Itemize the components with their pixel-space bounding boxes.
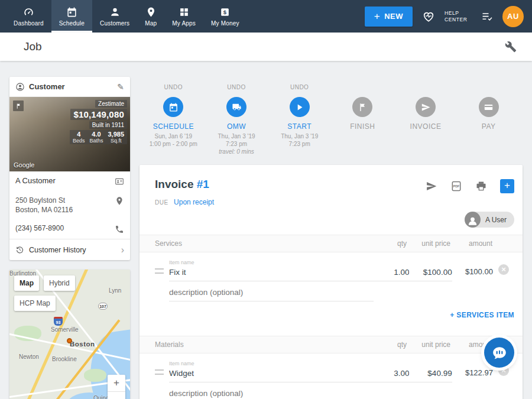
unit-price-column-header: unit price	[407, 239, 450, 248]
pdf-button[interactable]: PDF	[450, 180, 462, 192]
play-icon	[294, 102, 304, 112]
map-pin-icon	[145, 7, 157, 18]
material-item-name-input[interactable]	[169, 367, 374, 382]
finish-step-button[interactable]	[352, 97, 372, 117]
money-icon: $	[219, 7, 231, 18]
remove-item-icon[interactable]: ×	[498, 264, 509, 275]
map-widget[interactable]: 93 107 Burlington Lynn Somerville Boston…	[9, 270, 130, 399]
qty-column-header: qty	[370, 239, 407, 248]
undo-schedule-button[interactable]: UNDO	[142, 84, 205, 93]
printer-icon	[475, 180, 487, 192]
step-time: 7:23 pm	[268, 140, 331, 148]
step-label: SCHEDULE	[142, 122, 205, 131]
customer-name: A Customer	[15, 176, 115, 185]
svg-text:PDF: PDF	[453, 184, 460, 188]
health-heart-icon[interactable]	[422, 10, 435, 23]
service-qty-input[interactable]	[374, 266, 409, 281]
customer-phone: (234) 567-8900	[15, 224, 115, 232]
send-icon	[421, 102, 431, 112]
nav-item-my-apps[interactable]: My Apps	[164, 0, 203, 33]
assigned-user-chip[interactable]: A User	[465, 212, 514, 228]
assigned-user-name: A User	[485, 216, 507, 224]
step-label: PAY	[457, 122, 520, 131]
map-zoom-control: + −	[108, 375, 125, 399]
new-button[interactable]: + NEW	[365, 7, 413, 27]
step-pay: PAY	[457, 84, 520, 155]
step-time: 7:23 pm	[205, 140, 268, 148]
undo-omw-button[interactable]: UNDO	[205, 84, 268, 93]
job-tools-wrench-icon[interactable]	[505, 41, 517, 53]
zoom-out-button[interactable]: −	[108, 392, 125, 399]
schedule-step-button[interactable]	[163, 97, 183, 117]
send-invoice-button[interactable]	[426, 180, 437, 192]
zestimate-value: $10,149,080	[70, 109, 127, 120]
undo-start-button[interactable]: UNDO	[268, 84, 331, 93]
service-description-input[interactable]	[169, 286, 374, 301]
help-center-link[interactable]: HELP CENTER	[445, 10, 472, 23]
nav-label: My Money	[211, 20, 239, 27]
step-date: Thu, Jan 3 '19	[205, 132, 268, 140]
contact-card-icon[interactable]	[115, 176, 124, 186]
tasks-checklist-icon[interactable]	[481, 11, 493, 22]
customer-history-label: Customer History	[29, 246, 116, 254]
map-place: Brookline	[52, 356, 77, 362]
add-invoice-button[interactable]: +	[500, 179, 514, 193]
map-layer-button-hcp[interactable]: HCP Map	[14, 296, 56, 311]
invoice-number: #1	[197, 178, 209, 190]
finish-flag-icon	[358, 102, 368, 112]
drag-handle-icon[interactable]	[155, 369, 164, 375]
nav-items: Dashboard Schedule Customers Map My Apps…	[0, 0, 247, 33]
nav-label: Customers	[100, 20, 129, 27]
nav-item-map[interactable]: Map	[137, 0, 164, 33]
item-name-block: Item name	[169, 361, 374, 382]
nav-item-customers[interactable]: Customers	[92, 0, 137, 33]
step-invoice: INVOICE	[394, 84, 458, 155]
route-shield-107: 107	[98, 303, 108, 310]
apps-grid-icon	[179, 7, 190, 18]
print-button[interactable]	[475, 180, 487, 192]
invoice-actions: PDF +	[426, 178, 514, 193]
nav-item-my-money[interactable]: $ My Money	[203, 0, 247, 33]
step-travel: travel: 0 mins	[205, 148, 268, 155]
dashboard-icon	[23, 7, 34, 18]
zoom-in-button[interactable]: +	[108, 375, 125, 392]
customer-address-row: 250 Boylston St Boston, MA 02116	[9, 191, 130, 219]
due-terms-link[interactable]: Upon receipt	[174, 198, 214, 206]
customer-history-row[interactable]: Customer History ›	[9, 239, 130, 260]
drag-handle-icon[interactable]	[155, 268, 164, 274]
location-pin-icon[interactable]	[115, 196, 124, 206]
start-step-button[interactable]	[290, 97, 310, 117]
add-services-item-link[interactable]: + SERVICES ITEM	[155, 301, 514, 329]
service-item-name-input[interactable]	[169, 266, 374, 281]
map-layer-button-map[interactable]: Map	[14, 275, 39, 291]
chat-launcher-button[interactable]	[484, 338, 514, 368]
pay-step-button[interactable]	[479, 97, 499, 117]
qty-column-header: qty	[370, 340, 407, 349]
amount-column-header: amount	[450, 239, 492, 248]
customer-name-row: A Customer	[9, 171, 130, 191]
unit-price-column-header: unit price	[407, 340, 450, 349]
omw-step-button[interactable]	[226, 97, 246, 117]
material-description-row	[169, 387, 374, 399]
phone-icon[interactable]	[115, 224, 124, 234]
item-name-label: Item name	[169, 361, 374, 366]
due-label: DUE	[155, 199, 168, 206]
map-layer-button-hybrid[interactable]: Hybrid	[44, 275, 75, 291]
step-label: START	[268, 122, 331, 131]
undo-placeholder	[331, 84, 394, 93]
section-label: Services	[155, 239, 370, 248]
material-qty-input[interactable]	[374, 367, 409, 382]
services-section-header: Services qty unit price amount	[140, 235, 523, 252]
property-photo[interactable]: Zestimate $10,149,080 Built in 1911 4Bed…	[9, 97, 130, 171]
user-avatar[interactable]: AU	[502, 6, 524, 27]
material-description-input[interactable]	[169, 387, 374, 399]
park-area	[84, 369, 106, 382]
service-unit-price-input[interactable]	[409, 266, 452, 281]
invoice-step-button[interactable]	[416, 97, 436, 117]
nav-item-dashboard[interactable]: Dashboard	[6, 0, 51, 33]
edit-customer-pencil-icon[interactable]: ✎	[117, 82, 124, 92]
nav-item-schedule[interactable]: Schedule	[51, 0, 92, 33]
map-place: Newton	[19, 353, 39, 360]
job-stepper: UNDO SCHEDULE Sun, Jan 6 '19 1:00 pm - 2…	[140, 80, 523, 155]
material-unit-price-input[interactable]	[409, 367, 452, 382]
